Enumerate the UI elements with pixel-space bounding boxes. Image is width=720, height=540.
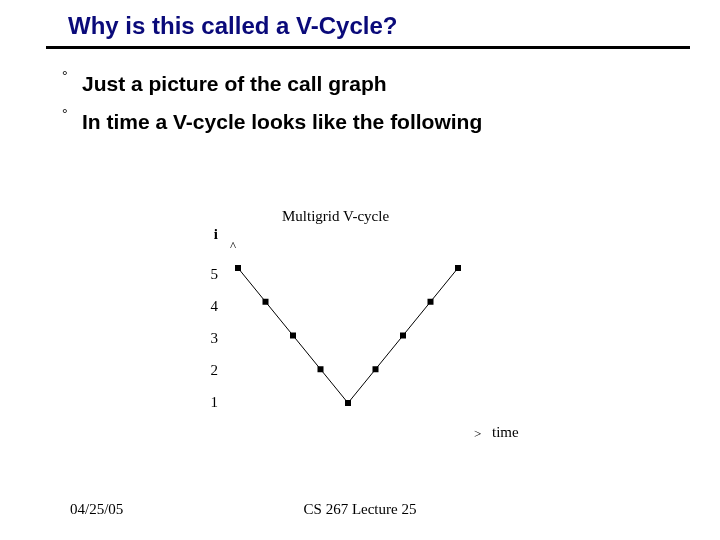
y-tick-label: 2 [194, 362, 218, 379]
x-axis-right-icon: > [474, 426, 481, 442]
data-point [428, 299, 434, 305]
vcycle-line [238, 268, 458, 403]
y-tick-label: 1 [194, 394, 218, 411]
data-point [235, 265, 241, 271]
bullet-item: °In time a V-cycle looks like the follow… [62, 110, 680, 134]
bullet-item: °Just a picture of the call graph [62, 72, 680, 96]
title-underline [46, 46, 690, 49]
y-tick-label: 3 [194, 330, 218, 347]
bullet-text: In time a V-cycle looks like the followi… [82, 110, 482, 133]
y-axis-up-icon: ^ [230, 238, 236, 254]
x-axis-label: time [492, 424, 519, 441]
bullet-text: Just a picture of the call graph [82, 72, 387, 95]
slide-title: Why is this called a V-Cycle? [68, 12, 397, 40]
y-tick-label: 4 [194, 298, 218, 315]
data-point [455, 265, 461, 271]
footer-course: CS 267 Lecture 25 [0, 501, 720, 518]
vcycle-chart: Multigrid V-cycle i ^ 5 4 3 2 1 > time [174, 208, 534, 468]
data-point [263, 299, 269, 305]
y-tick-label: 5 [194, 266, 218, 283]
bullet-marker-icon: ° [62, 106, 82, 122]
y-axis-label: i [194, 226, 218, 243]
bullet-marker-icon: ° [62, 68, 82, 84]
data-point [345, 400, 351, 406]
data-point [290, 333, 296, 339]
data-point [373, 366, 379, 372]
data-point [318, 366, 324, 372]
chart-title: Multigrid V-cycle [282, 208, 389, 225]
slide: Why is this called a V-Cycle? °Just a pi… [0, 0, 720, 540]
data-point [400, 333, 406, 339]
bullet-list: °Just a picture of the call graph °In ti… [62, 62, 680, 148]
